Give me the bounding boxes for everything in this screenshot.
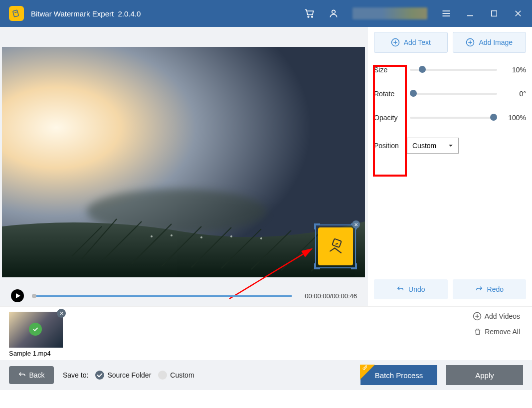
remove-all-label: Remove All (485, 328, 520, 336)
watermark-remove-icon[interactable]: ✕ (352, 220, 360, 228)
source-folder-radio[interactable]: Source Folder (95, 371, 151, 380)
main-area: ✕ 00:00:00/00:00:46 Add Text (0, 27, 532, 306)
opacity-slider[interactable] (410, 117, 497, 119)
position-value: Custom (412, 142, 436, 150)
svg-point-15 (171, 234, 173, 236)
redo-label: Redo (487, 285, 504, 293)
back-arrow-icon (18, 371, 26, 379)
title-bar: Bitwar Watermark Expert 2.0.4.0 (0, 0, 532, 27)
svg-point-17 (230, 235, 232, 237)
source-folder-label: Source Folder (107, 371, 151, 379)
properties-panel: Add Text Add Image Size 10% Rotate 0° Op… (368, 27, 532, 306)
rotate-slider[interactable] (410, 93, 497, 95)
rotate-value: 0° (500, 90, 526, 98)
back-label: Back (29, 371, 44, 379)
size-label: Size (374, 66, 407, 74)
add-videos-button[interactable]: Add Videos (473, 312, 520, 321)
timecode-display: 00:00:00/00:00:46 (305, 292, 357, 300)
position-label: Position (374, 142, 407, 150)
opacity-row: Opacity 100% (374, 114, 526, 122)
svg-line-1 (14, 12, 17, 13)
svg-rect-9 (492, 11, 497, 16)
chevron-down-icon (448, 143, 453, 148)
add-image-button[interactable]: Add Image (453, 32, 527, 53)
videos-strip: ✕ Sample 1.mp4 Add Videos Remove All (0, 306, 532, 360)
timeline-row: 00:00:00/00:00:46 (0, 277, 368, 302)
undo-button[interactable]: Undo (374, 279, 448, 299)
svg-point-2 (308, 16, 309, 17)
play-button[interactable] (11, 289, 24, 302)
user-icon[interactable] (329, 8, 339, 18)
thumb-filename: Sample 1.mp4 (9, 350, 63, 357)
custom-folder-radio[interactable]: Custom (158, 371, 194, 380)
rotate-row: Rotate 0° (374, 90, 526, 98)
watermark-image-icon (318, 227, 353, 265)
svg-point-18 (260, 237, 262, 239)
timeline-track[interactable] (32, 295, 292, 297)
opacity-label: Opacity (374, 114, 407, 122)
add-videos-label: Add Videos (485, 312, 520, 320)
svg-line-20 (336, 243, 338, 244)
vip-badge-icon: VIP (360, 365, 375, 380)
size-slider[interactable] (410, 69, 497, 71)
app-version: 2.0.4.0 (118, 9, 141, 18)
thumb-remove-icon[interactable]: ✕ (57, 309, 66, 318)
position-select[interactable]: Custom (407, 138, 459, 154)
opacity-value: 100% (500, 114, 526, 122)
minimize-icon[interactable] (465, 8, 475, 18)
menu-icon[interactable] (441, 8, 451, 18)
size-row: Size 10% (374, 66, 526, 74)
app-name: Bitwar Watermark Expert (31, 9, 114, 18)
batch-process-label: Batch Process (375, 371, 423, 380)
bottom-bar: Back Save to: Source Folder Custom VIP B… (0, 360, 532, 390)
add-text-label: Add Text (404, 38, 431, 46)
undo-icon (396, 285, 404, 293)
apply-button[interactable]: Apply (446, 365, 523, 385)
user-name-blurred (353, 7, 427, 19)
video-preview[interactable]: ✕ (2, 47, 365, 277)
batch-process-button[interactable]: VIP Batch Process (360, 365, 437, 385)
save-to-group: Save to: Source Folder Custom (63, 371, 194, 380)
custom-folder-label: Custom (170, 371, 194, 379)
maximize-icon[interactable] (489, 8, 499, 18)
trash-icon (474, 328, 482, 336)
svg-rect-0 (13, 10, 19, 17)
svg-point-3 (312, 16, 313, 17)
rotate-label: Rotate (374, 90, 407, 98)
app-title: Bitwar Watermark Expert 2.0.4.0 (31, 9, 141, 18)
svg-point-16 (200, 236, 202, 238)
close-icon[interactable] (513, 8, 523, 18)
svg-rect-19 (332, 239, 342, 248)
cart-icon[interactable] (305, 8, 315, 18)
save-to-label: Save to: (63, 371, 88, 379)
video-thumb-item[interactable]: ✕ Sample 1.mp4 (9, 312, 63, 355)
back-button[interactable]: Back (9, 366, 54, 384)
thumb-check-icon (29, 323, 42, 336)
size-value: 10% (500, 66, 526, 74)
add-image-label: Add Image (479, 38, 513, 46)
preview-panel: ✕ 00:00:00/00:00:46 (0, 27, 368, 306)
plus-circle-icon (473, 312, 482, 321)
remove-all-button[interactable]: Remove All (474, 328, 520, 336)
apply-label: Apply (475, 371, 494, 380)
app-logo-icon (9, 6, 24, 21)
position-row: Position Custom (374, 138, 526, 154)
svg-point-4 (332, 10, 336, 13)
redo-icon (475, 285, 483, 293)
add-text-button[interactable]: Add Text (374, 32, 448, 53)
redo-button[interactable]: Redo (453, 279, 527, 299)
svg-point-14 (151, 235, 153, 237)
timeline-thumb[interactable] (32, 294, 36, 298)
watermark-overlay[interactable]: ✕ (315, 224, 356, 268)
undo-label: Undo (408, 285, 425, 293)
